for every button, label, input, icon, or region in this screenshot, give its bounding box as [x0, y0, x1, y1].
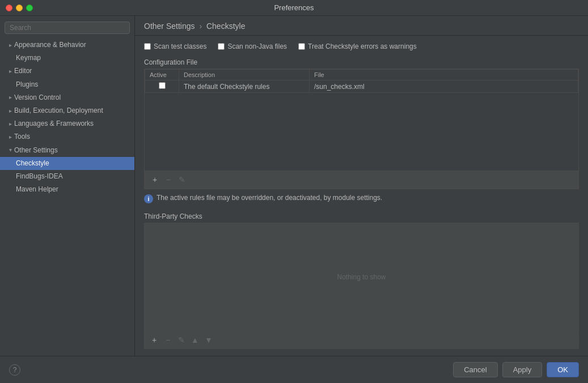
arrow-icon: ▸	[9, 107, 12, 116]
arrow-icon: ▸	[9, 93, 12, 102]
main-layout: ▸ Appearance & BehaviorKeymap▸ EditorPlu…	[0, 16, 588, 356]
sidebar-item-label: FindBugs-IDEA	[16, 171, 63, 182]
sidebar-item-other-settings[interactable]: ▾ Other Settings	[0, 144, 134, 157]
sidebar-item-tools[interactable]: ▸ Tools	[0, 130, 134, 143]
sidebar-item-plugins[interactable]: Plugins	[0, 78, 134, 91]
checkbox-item-scan-test-classes[interactable]: Scan test classes	[144, 42, 206, 50]
checkboxes-row: Scan test classesScan non-Java filesTrea…	[144, 42, 579, 50]
title-bar: Preferences	[0, 0, 588, 16]
arrow-icon: ▸	[9, 67, 12, 76]
maximize-button[interactable]	[26, 5, 33, 11]
edit-config-button[interactable]: ✎	[176, 173, 188, 186]
nothing-to-show: Nothing to show	[337, 273, 386, 281]
content-area: Other Settings › Checkstyle Scan test cl…	[135, 16, 588, 356]
checkbox-label-scan-test-classes: Scan test classes	[154, 42, 206, 50]
add-third-party-button[interactable]: +	[148, 334, 160, 346]
config-table-container: Active Description File The default Chec…	[144, 69, 579, 189]
down-third-party-button[interactable]: ▼	[202, 334, 215, 346]
sidebar-item-findbugs-idea[interactable]: FindBugs-IDEA	[0, 170, 134, 183]
col-header-active: Active	[145, 70, 179, 80]
third-party-toolbar: + − ✎ ▲ ▼	[144, 331, 579, 349]
sidebar-item-maven-helper[interactable]: Maven Helper	[0, 183, 134, 196]
col-header-file: File	[310, 70, 578, 80]
table-row[interactable]: The default Checkstyle rules/sun_checks.…	[145, 80, 578, 93]
edit-third-party-button[interactable]: ✎	[175, 334, 188, 346]
sidebar-item-keymap[interactable]: Keymap	[0, 52, 134, 65]
breadcrumb-current: Checkstyle	[206, 22, 245, 31]
sidebar-item-label: Other Settings	[14, 145, 58, 156]
third-party-table-area[interactable]: Nothing to show	[144, 223, 579, 331]
checkbox-item-treat-checkstyle-errors[interactable]: Treat Checkstyle errors as warnings	[298, 42, 417, 50]
close-button[interactable]	[6, 5, 12, 11]
sidebar-item-label: Tools	[14, 131, 30, 142]
sidebar-item-label: Checkstyle	[16, 158, 49, 169]
search-input[interactable]	[5, 22, 130, 34]
sidebar-item-version-control[interactable]: ▸ Version Control	[0, 91, 134, 104]
arrow-icon: ▸	[9, 133, 12, 142]
third-party-label: Third-Party Checks	[144, 212, 579, 220]
arrow-icon: ▸	[9, 41, 12, 50]
checkbox-label-treat-checkstyle-errors: Treat Checkstyle errors as warnings	[308, 42, 417, 50]
checkbox-scan-non-java-files[interactable]	[218, 43, 225, 50]
breadcrumb: Other Settings › Checkstyle	[135, 16, 588, 36]
bottom-bar: ? Cancel Apply OK	[0, 356, 588, 383]
checkbox-treat-checkstyle-errors[interactable]	[298, 43, 305, 50]
checkbox-scan-test-classes[interactable]	[144, 43, 151, 50]
config-table-toolbar: + − ✎	[145, 171, 578, 189]
config-file-label: Configuration File	[144, 58, 579, 66]
config-panel: Scan test classesScan non-Java filesTrea…	[135, 36, 588, 356]
sidebar-item-languages[interactable]: ▸ Languages & Frameworks	[0, 117, 134, 130]
row-description: The default Checkstyle rules	[179, 80, 310, 93]
sidebar-item-label: Version Control	[14, 92, 61, 103]
arrow-icon: ▸	[9, 120, 12, 129]
add-config-button[interactable]: +	[149, 173, 161, 186]
sidebar-item-label: Appearance & Behavior	[14, 40, 86, 50]
apply-button[interactable]: Apply	[502, 362, 543, 377]
sidebar-item-checkstyle[interactable]: Checkstyle	[0, 157, 134, 170]
sidebar-item-label: Plugins	[16, 79, 38, 90]
up-third-party-button[interactable]: ▲	[189, 334, 201, 346]
sidebar-item-label: Keymap	[16, 53, 41, 63]
sidebar-item-build-execution[interactable]: ▸ Build, Execution, Deployment	[0, 104, 134, 117]
info-icon: i	[144, 194, 153, 203]
arrow-icon: ▾	[9, 146, 12, 155]
sidebar-item-appearance-behavior[interactable]: ▸ Appearance & Behavior	[0, 39, 134, 52]
remove-config-button[interactable]: −	[162, 173, 175, 186]
info-message: i The active rules file may be overridde…	[144, 194, 579, 203]
sidebar-item-editor[interactable]: ▸ Editor	[0, 65, 134, 78]
row-active-checkbox[interactable]	[159, 82, 166, 89]
remove-third-party-button[interactable]: −	[162, 334, 174, 346]
window-controls	[6, 5, 33, 11]
breadcrumb-parent: Other Settings	[144, 22, 195, 31]
config-table: Active Description File The default Chec…	[145, 69, 578, 93]
minimize-button[interactable]	[16, 5, 23, 11]
sidebar-item-label: Build, Execution, Deployment	[14, 105, 103, 116]
window-title: Preferences	[274, 3, 314, 12]
ok-button[interactable]: OK	[547, 362, 579, 377]
sidebar-item-label: Editor	[14, 66, 32, 76]
sidebar-item-label: Languages & Frameworks	[14, 118, 94, 129]
config-table-wrapper[interactable]: Active Description File The default Chec…	[145, 69, 578, 171]
col-header-description: Description	[179, 70, 310, 80]
row-file: /sun_checks.xml	[310, 80, 578, 93]
sidebar: ▸ Appearance & BehaviorKeymap▸ EditorPlu…	[0, 16, 135, 356]
sidebar-item-label: Maven Helper	[16, 184, 58, 195]
cancel-button[interactable]: Cancel	[453, 362, 497, 377]
third-party-section: Third-Party Checks Nothing to show + − ✎…	[144, 212, 579, 349]
info-text: The active rules file may be overridden,…	[156, 194, 382, 202]
breadcrumb-arrow: ›	[199, 22, 202, 31]
checkbox-label-scan-non-java-files: Scan non-Java files	[227, 42, 287, 50]
help-button[interactable]: ?	[9, 364, 20, 376]
checkbox-item-scan-non-java-files[interactable]: Scan non-Java files	[218, 42, 287, 50]
